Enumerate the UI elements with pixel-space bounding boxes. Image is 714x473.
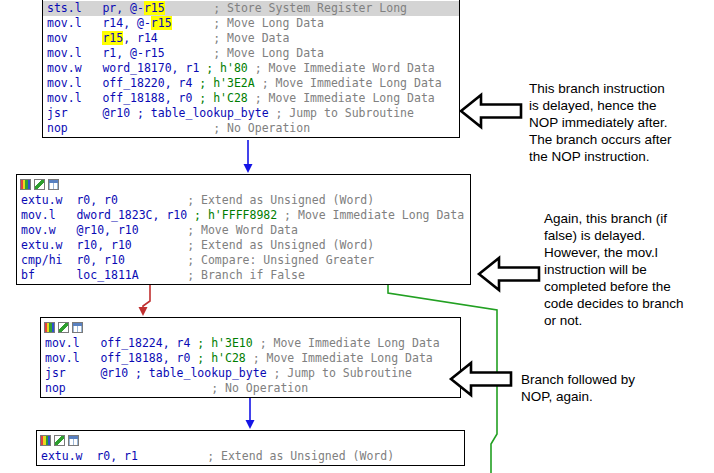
auto-comment: ; Jump to Subroutine <box>276 106 414 120</box>
code-line[interactable]: nop ; No Operation <box>43 121 459 136</box>
node-color-icon[interactable] <box>40 435 51 446</box>
auto-comment: ; Compare: Unsigned Greater <box>187 253 374 267</box>
instruction-text: ; table_lookup_byte <box>137 106 275 120</box>
auto-comment: ; Store System Register Long <box>213 1 407 15</box>
instruction-text: nop <box>47 121 213 135</box>
annotation-arrow <box>461 95 521 127</box>
auto-comment: ; Move Immediate Long Data <box>260 336 440 350</box>
ida-graph-view: sts.l pr, @-r15 ; Store System Register … <box>0 0 714 473</box>
instruction-text: mov.w @r10, r10 <box>21 223 187 237</box>
flow-edge-arrowhead <box>139 307 148 316</box>
code-line[interactable]: mov.l r1, @-r15 ; Move Long Data <box>43 46 459 61</box>
code-line[interactable]: mov.l dword_1823C, r10 ; h'FFFF8982 ; Mo… <box>17 208 470 223</box>
code-line[interactable]: mov.l off_18220, r4 ; h'3E2A ; Move Imme… <box>43 76 459 91</box>
annotation-text: This branch instruction is delayed, henc… <box>529 80 707 165</box>
code-line[interactable]: jsr @r10 ; table_lookup_byte ; Jump to S… <box>41 366 460 381</box>
node-group-icon[interactable] <box>72 322 83 333</box>
instruction-text: ; table_lookup_byte <box>135 366 273 380</box>
instruction-text: bf loc_1811A <box>21 268 187 282</box>
basic-block-4: extu.w r0, r1 ; Extend as Unsigned (Word… <box>36 430 465 466</box>
annotation-text: Branch followed by NOP, again. <box>521 371 691 405</box>
instruction-text: jsr @r10 <box>47 106 137 120</box>
instruction-text: mov.l off_18224, r4 <box>45 336 197 350</box>
highlighted-register: r15 <box>151 16 172 30</box>
flow-edge-false <box>143 285 150 308</box>
instruction-text: nop <box>45 381 211 395</box>
node-group-icon[interactable] <box>48 179 59 190</box>
instruction-text <box>172 16 214 30</box>
auto-comment: ; Move Immediate Long Data <box>262 76 442 90</box>
code-line[interactable]: nop ; No Operation <box>41 381 460 396</box>
instruction-text: mov.l dword_1823C, r10 <box>21 208 194 222</box>
code-line[interactable]: mov r15, r14 ; Move Data <box>43 31 459 46</box>
code-line[interactable]: mov.l r14, @-r15 ; Move Long Data <box>43 16 459 31</box>
node-color-icon[interactable] <box>20 179 31 190</box>
node-edit-icon[interactable] <box>58 322 69 333</box>
auto-comment: ; Move Immediate Word Data <box>255 61 435 75</box>
auto-comment: ; Extend as Unsigned (Word) <box>187 193 374 207</box>
auto-comment: ; Move Immediate Long Data <box>255 91 435 105</box>
code-line[interactable]: mov.l off_18188, r0 ; h'C28 ; Move Immed… <box>41 351 460 366</box>
auto-comment: ; Jump to Subroutine <box>274 366 412 380</box>
instruction-text: mov.l r14, @- <box>47 16 151 30</box>
instruction-text: mov.l off_18188, r0 <box>47 91 199 105</box>
code-line[interactable]: sts.l pr, @-r15 ; Store System Register … <box>43 1 459 16</box>
value-comment: ; h'3E2A <box>199 76 261 90</box>
flow-edge-arrowhead <box>244 164 253 173</box>
code-line[interactable]: extu.w r0, r0 ; Extend as Unsigned (Word… <box>17 193 470 208</box>
instruction-text <box>165 1 213 15</box>
code-line[interactable]: jsr @r10 ; table_lookup_byte ; Jump to S… <box>43 106 459 121</box>
value-comment: ; h'FFFF8982 <box>194 208 284 222</box>
basic-block-1: sts.l pr, @-r15 ; Store System Register … <box>42 0 460 138</box>
auto-comment: ; Move Long Data <box>213 46 324 60</box>
instruction-text: mov <box>47 31 102 45</box>
auto-comment: ; Extend as Unsigned (Word) <box>207 449 394 463</box>
auto-comment: ; Move Data <box>213 31 289 45</box>
instruction-text: extu.w r10, r10 <box>21 238 187 252</box>
auto-comment: ; Move Word Data <box>187 223 298 237</box>
node-titlebar[interactable] <box>41 319 460 336</box>
value-comment: ; h'80 <box>206 61 254 75</box>
auto-comment: ; No Operation <box>213 121 310 135</box>
code-line[interactable]: extu.w r0, r1 ; Extend as Unsigned (Word… <box>37 449 464 464</box>
code-line[interactable]: bf loc_1811A ; Branch if False <box>17 268 470 283</box>
node-edit-icon[interactable] <box>34 179 45 190</box>
highlighted-register: r15 <box>102 31 123 45</box>
code-line[interactable]: mov.l off_18224, r4 ; h'3E10 ; Move Imme… <box>41 336 460 351</box>
instruction-text: mov.l off_18188, r0 <box>45 351 197 365</box>
code-line[interactable]: mov.l off_18188, r0 ; h'C28 ; Move Immed… <box>43 91 459 106</box>
basic-block-3: mov.l off_18224, r4 ; h'3E10 ; Move Imme… <box>40 317 461 398</box>
node-group-icon[interactable] <box>68 435 79 446</box>
auto-comment: ; Move Long Data <box>213 16 324 30</box>
code-line[interactable]: cmp/hi r0, r10 ; Compare: Unsigned Great… <box>17 253 470 268</box>
instruction-text: mov.w word_18170, r1 <box>47 61 206 75</box>
value-comment: ; h'3E10 <box>197 336 259 350</box>
node-edit-icon[interactable] <box>54 435 65 446</box>
node-titlebar[interactable] <box>17 176 470 193</box>
highlighted-register: r15 <box>144 1 165 15</box>
instruction-text: cmp/hi r0, r10 <box>21 253 187 267</box>
instruction-text: mov.l r1, @-r15 <box>47 46 213 60</box>
auto-comment: ; No Operation <box>211 381 308 395</box>
node-color-icon[interactable] <box>44 322 55 333</box>
annotation-text: Again, this branch (if false) is delayed… <box>544 210 714 329</box>
instruction-text: mov.l off_18220, r4 <box>47 76 199 90</box>
code-line[interactable]: extu.w r10, r10 ; Extend as Unsigned (Wo… <box>17 238 470 253</box>
code-line[interactable]: mov.w @r10, r10 ; Move Word Data <box>17 223 470 238</box>
value-comment: ; h'C28 <box>199 91 254 105</box>
annotation-arrow <box>479 258 539 290</box>
basic-block-2: extu.w r0, r0 ; Extend as Unsigned (Word… <box>16 174 471 285</box>
instruction-text: extu.w r0, r1 <box>41 449 207 463</box>
auto-comment: ; Extend as Unsigned (Word) <box>187 238 374 252</box>
flow-edge-arrowhead <box>246 420 255 429</box>
instruction-text: extu.w r0, r0 <box>21 193 187 207</box>
instruction-text: sts.l pr, @- <box>47 1 144 15</box>
instruction-text: , r14 <box>123 31 213 45</box>
node-titlebar[interactable] <box>37 432 464 449</box>
instruction-text: jsr @r10 <box>45 366 135 380</box>
auto-comment: ; Move Immediate Long Data <box>253 351 433 365</box>
value-comment: ; h'C28 <box>197 351 252 365</box>
auto-comment: ; Move Immediate Long Data <box>284 208 464 222</box>
code-line[interactable]: mov.w word_18170, r1 ; h'80 ; Move Immed… <box>43 61 459 76</box>
auto-comment: ; Branch if False <box>187 268 305 282</box>
